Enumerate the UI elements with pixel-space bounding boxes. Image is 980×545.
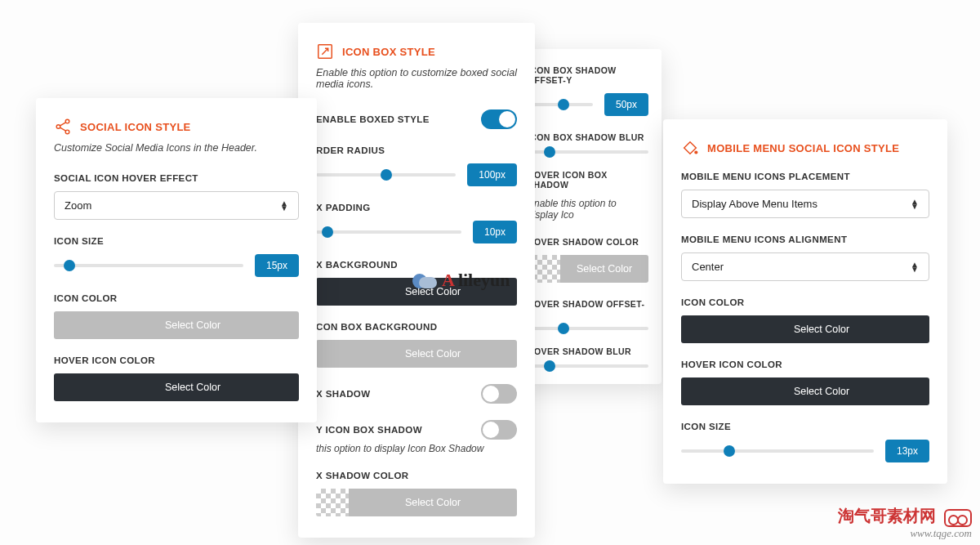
mobile-menu-social-icon-panel: MOBILE MENU SOCIAL ICON STYLE MOBILE MEN… bbox=[663, 119, 947, 484]
select-color-button[interactable]: Select Color bbox=[714, 377, 929, 405]
panel-title: MOBILE MENU SOCIAL ICON STYLE bbox=[681, 139, 929, 157]
panel-title-text: ICON BOX STYLE bbox=[342, 46, 435, 58]
hover-box-shadow-label: HOVER ICON BOX SHADOW bbox=[528, 170, 648, 190]
color-swatch[interactable] bbox=[54, 311, 87, 339]
watermark-cn: 淘气哥素材网 bbox=[838, 507, 936, 525]
svg-line-3 bbox=[60, 123, 66, 126]
paint-bucket-icon bbox=[681, 139, 699, 157]
select-color-button[interactable]: Select Color bbox=[714, 315, 929, 343]
watermark-url: www.tqge.com bbox=[838, 527, 972, 540]
color-swatch[interactable] bbox=[54, 373, 87, 401]
svg-point-0 bbox=[65, 119, 69, 123]
hover-offset-y-label: HOVER SHADOW OFFSET-Y bbox=[528, 299, 648, 319]
select-color-button[interactable]: Select Color bbox=[87, 373, 299, 401]
select-color-button[interactable]: Select Color bbox=[87, 311, 299, 339]
y-box-shadow-label: Y ICON BOX SHADOW bbox=[316, 425, 422, 435]
hover-shadow-blur-label: HOVER SHADOW BLUR bbox=[528, 346, 648, 356]
social-icon-style-panel: SOCIAL ICON STYLE Customize Social Media… bbox=[36, 98, 317, 422]
color-swatch[interactable] bbox=[316, 278, 349, 306]
watermark-center: Alileyun bbox=[412, 270, 510, 291]
placement-select[interactable]: Display Above Menu Items ▲▼ bbox=[681, 190, 929, 218]
box-shadow-label: X SHADOW bbox=[316, 389, 370, 399]
svg-point-2 bbox=[65, 130, 69, 134]
color-swatch[interactable] bbox=[316, 340, 349, 368]
alignment-select[interactable]: Center ▲▼ bbox=[681, 252, 929, 281]
icon-size-slider[interactable] bbox=[54, 264, 243, 267]
hover-box-background-label: CON BOX BACKGROUND bbox=[316, 322, 517, 332]
icon-size-slider[interactable] bbox=[681, 449, 874, 453]
svg-point-1 bbox=[56, 125, 60, 129]
color-swatch[interactable] bbox=[316, 489, 349, 516]
placement-label: MOBILE MENU ICONS PLACEMENT bbox=[681, 172, 929, 181]
shadow-blur-slider[interactable] bbox=[528, 150, 648, 154]
offset-y-label: ICON BOX SHADOW OFFSET-Y bbox=[528, 65, 648, 85]
icon-size-value: 15px bbox=[255, 254, 299, 277]
box-padding-value: 10px bbox=[473, 221, 517, 243]
hover-icon-color-label: HOVER ICON COLOR bbox=[54, 355, 299, 365]
chevron-updown-icon: ▲▼ bbox=[280, 201, 288, 211]
select-value: Zoom bbox=[65, 199, 91, 212]
border-radius-value: 100px bbox=[467, 163, 517, 186]
select-value: Display Above Menu Items bbox=[692, 198, 817, 210]
hover-offset-y-slider[interactable] bbox=[528, 327, 648, 330]
select-value: Center bbox=[692, 261, 724, 273]
glasses-icon bbox=[944, 509, 972, 527]
panel-title-text: SOCIAL ICON STYLE bbox=[80, 121, 191, 133]
select-color-button[interactable]: Select Color bbox=[560, 255, 648, 283]
watermark-text: lileyun bbox=[458, 270, 510, 291]
svg-line-6 bbox=[322, 48, 327, 54]
box-shadow-color-label: X SHADOW COLOR bbox=[316, 471, 517, 480]
offset-y-slider[interactable] bbox=[528, 103, 593, 106]
svg-rect-5 bbox=[318, 45, 332, 59]
border-radius-slider[interactable] bbox=[316, 173, 456, 176]
panel-subtitle: Enable this option to customize boxed so… bbox=[316, 67, 517, 90]
hover-icon-color-label: HOVER ICON COLOR bbox=[681, 360, 929, 369]
panel-title-text: MOBILE MENU SOCIAL ICON STYLE bbox=[707, 142, 899, 154]
box-padding-label: X PADDING bbox=[316, 203, 517, 212]
cloud-icon bbox=[412, 272, 437, 288]
hover-shadow-color-label: HOVER SHADOW COLOR bbox=[528, 237, 648, 247]
chevron-updown-icon: ▲▼ bbox=[911, 199, 919, 209]
icon-size-value: 13px bbox=[885, 440, 929, 462]
icon-color-label: ICON COLOR bbox=[681, 297, 929, 307]
icon-color-label: ICON COLOR bbox=[54, 293, 299, 303]
panel-title: SOCIAL ICON STYLE bbox=[54, 118, 299, 136]
y-box-shadow-toggle[interactable] bbox=[481, 420, 517, 440]
select-color-button[interactable]: Select Color bbox=[349, 489, 517, 516]
color-swatch[interactable] bbox=[681, 377, 714, 405]
hover-effect-select[interactable]: Zoom ▲▼ bbox=[54, 191, 299, 220]
y-box-shadow-sub: this option to display Icon Box Shadow bbox=[316, 443, 517, 454]
color-swatch[interactable] bbox=[681, 315, 714, 343]
offset-y-value: 50px bbox=[604, 93, 648, 116]
icon-size-label: ICON SIZE bbox=[681, 422, 929, 431]
svg-line-4 bbox=[60, 127, 66, 131]
hover-effect-label: SOCIAL ICON HOVER EFFECT bbox=[54, 173, 299, 183]
chevron-updown-icon: ▲▼ bbox=[911, 262, 919, 272]
panel-subtitle: Customize Social Media Icons in the Head… bbox=[54, 142, 299, 154]
expand-box-icon bbox=[316, 42, 334, 60]
panel-title: ICON BOX STYLE bbox=[316, 42, 517, 60]
icon-size-label: ICON SIZE bbox=[54, 236, 299, 246]
border-radius-label: RDER RADIUS bbox=[316, 145, 517, 155]
share-icon bbox=[54, 118, 72, 136]
select-color-button[interactable]: Select Color bbox=[349, 340, 517, 368]
hover-shadow-blur-slider[interactable] bbox=[528, 364, 648, 368]
hover-box-shadow-sub: Enable this option to display Ico bbox=[528, 198, 648, 221]
box-background-label: X BACKGROUND bbox=[316, 260, 517, 270]
svg-point-7 bbox=[695, 151, 697, 154]
alignment-label: MOBILE MENU ICONS ALIGNMENT bbox=[681, 235, 929, 244]
color-swatch[interactable] bbox=[528, 255, 560, 283]
shadow-settings-panel: ICON BOX SHADOW OFFSET-Y 50px ICON BOX S… bbox=[514, 49, 662, 384]
box-shadow-toggle[interactable] bbox=[481, 384, 517, 404]
enable-boxed-toggle[interactable] bbox=[481, 109, 517, 129]
shadow-blur-label: ICON BOX SHADOW BLUR bbox=[528, 132, 648, 142]
watermark-bottom-right: 淘气哥素材网 www.tqge.com bbox=[838, 505, 972, 540]
enable-boxed-label: ENABLE BOXED STYLE bbox=[316, 114, 430, 124]
box-padding-slider[interactable] bbox=[316, 230, 461, 234]
